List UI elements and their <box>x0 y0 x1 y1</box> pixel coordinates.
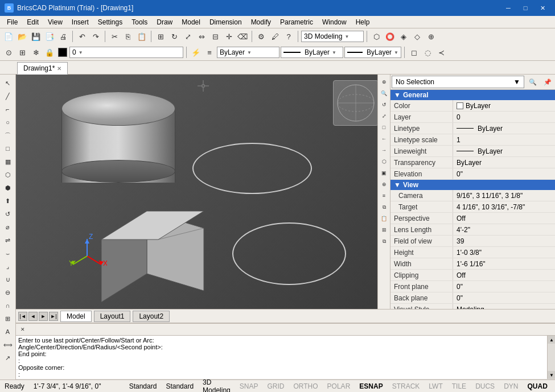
tb-erase[interactable]: ⌫ <box>236 30 249 43</box>
lt-cursor[interactable]: ↖ <box>2 77 14 89</box>
rt-prev[interactable]: ← <box>379 134 389 144</box>
tab-drawing1[interactable]: Drawing1* ✕ <box>17 62 68 75</box>
tb-help[interactable]: ? <box>282 30 295 43</box>
minimize-button[interactable]: ─ <box>500 2 516 14</box>
tb-color-sq[interactable] <box>58 48 67 57</box>
status-grid[interactable]: GRID <box>265 382 286 390</box>
status-ducs[interactable]: DUCS <box>473 382 497 390</box>
tb-snap2[interactable]: ◌ <box>421 46 434 59</box>
tb-lock[interactable]: 🔒 <box>43 46 56 59</box>
status-lwt[interactable]: LWT <box>426 382 445 390</box>
viewcube[interactable] <box>333 80 379 126</box>
lt-leader[interactable]: ↗ <box>2 352 14 364</box>
layout-nav-prev[interactable]: ◄ <box>28 312 38 321</box>
workspace-dropdown[interactable]: 3D Modeling ▼ <box>301 31 364 42</box>
rt-3d3[interactable]: ⊕ <box>379 179 389 189</box>
lt-line[interactable]: ╱ <box>2 90 14 102</box>
menu-window[interactable]: Window <box>318 17 351 27</box>
tb-saveas[interactable]: 📑 <box>43 30 56 43</box>
tb-stretch[interactable]: ⊞ <box>154 30 167 43</box>
menu-edit[interactable]: Edit <box>22 17 43 27</box>
tb-snap3[interactable]: ≺ <box>435 46 447 59</box>
prop-perspective-value[interactable]: Off <box>453 213 555 224</box>
menu-parametric[interactable]: Parametric <box>276 17 318 27</box>
tb-move[interactable]: ✛ <box>223 30 235 43</box>
tb-new[interactable]: 📄 <box>2 30 15 43</box>
tb-mirror[interactable]: ⇔ <box>195 30 208 43</box>
menu-tools[interactable]: Tools <box>127 17 152 27</box>
prop-front-value[interactable]: 0" <box>453 281 555 292</box>
lt-sweep[interactable]: ⇌ <box>2 234 14 246</box>
rt-3d1[interactable]: ⬡ <box>379 156 389 167</box>
tb-render3[interactable]: ◈ <box>397 30 410 43</box>
tb-freeze[interactable]: ❄ <box>30 46 42 59</box>
layout-tab-2[interactable]: Layout2 <box>133 311 170 322</box>
menu-draw[interactable]: Draw <box>152 17 177 27</box>
tb-layer-mgr[interactable]: ⊞ <box>16 46 28 59</box>
lt-union[interactable]: ∪ <box>2 273 14 286</box>
tb-cut[interactable]: ✂ <box>108 30 121 43</box>
close-button[interactable]: ✕ <box>535 2 550 14</box>
status-tile[interactable]: TILE <box>450 382 468 390</box>
tb-rotate[interactable]: ↻ <box>168 30 180 43</box>
tb-paste[interactable]: 📋 <box>135 30 148 43</box>
tb-array[interactable]: ⊟ <box>209 30 221 43</box>
prop-back-value[interactable]: 0" <box>453 292 555 303</box>
tb-prop[interactable]: ⚙ <box>255 30 268 43</box>
lt-circle[interactable]: ○ <box>2 116 14 129</box>
lt-hatch[interactable]: ▦ <box>2 155 14 168</box>
tb-open[interactable]: 📂 <box>16 30 28 43</box>
tb-snap1[interactable]: ◻ <box>408 46 420 59</box>
rt-more1[interactable]: ⊞ <box>379 225 389 235</box>
layout-nav-next[interactable]: ► <box>39 312 48 321</box>
lt-array[interactable]: ⊞ <box>2 312 14 325</box>
prop-camera-value[interactable]: 9/16", 3 11/16", 3 1/8" <box>453 190 555 201</box>
prop-color-value[interactable]: ByLayer <box>453 100 555 111</box>
status-polar[interactable]: POLAR <box>325 382 353 390</box>
menu-settings[interactable]: Settings <box>93 17 127 27</box>
status-ortho[interactable]: ORTHO <box>291 382 320 390</box>
tb-match[interactable]: 🖊 <box>269 30 281 43</box>
rt-zoom[interactable]: 🔍 <box>379 88 389 98</box>
menu-file[interactable]: File <box>2 17 22 27</box>
tb-bylayer1[interactable]: ⚡ <box>190 46 202 59</box>
prop-vstyle-value[interactable]: Modeling <box>453 304 555 309</box>
rt-window[interactable]: □ <box>379 122 389 133</box>
tb-render5[interactable]: ⊕ <box>425 30 437 43</box>
lt-intersect[interactable]: ∩ <box>2 299 14 312</box>
status-strack[interactable]: STRACK <box>390 382 422 390</box>
status-dyn[interactable]: DYN <box>501 382 520 390</box>
status-snap[interactable]: SNAP <box>237 382 261 390</box>
lt-subtract[interactable]: ⊖ <box>2 286 14 299</box>
prop-height-value[interactable]: 1'-0 3/8" <box>453 247 555 258</box>
prop-elevation-value[interactable]: 0" <box>453 168 555 179</box>
menu-model[interactable]: Model <box>177 17 205 27</box>
cmd-clear-btn[interactable]: ✕ <box>18 325 27 334</box>
lt-push[interactable]: ⬆ <box>2 195 14 207</box>
layout-tab-1[interactable]: Layout1 <box>94 311 131 322</box>
menu-modify[interactable]: Modify <box>246 17 276 27</box>
prop-linetype-value[interactable]: ByLayer <box>453 123 555 134</box>
selection-dropdown[interactable]: No Selection ▼ <box>392 76 524 88</box>
cmd-scroll-up[interactable]: ▲ <box>548 336 555 344</box>
rt-layer[interactable]: ≡ <box>379 191 389 201</box>
lt-dim[interactable]: ⟺ <box>2 339 14 351</box>
linetype-dropdown[interactable]: ByLayer ▼ <box>281 47 343 58</box>
tb-bylayer2[interactable]: ≡ <box>203 46 216 59</box>
lt-3dsolid[interactable]: ⬢ <box>2 181 14 194</box>
rt-next[interactable]: → <box>379 145 389 155</box>
panel-pin-btn[interactable]: 📌 <box>541 76 554 88</box>
lt-fillet[interactable]: ⌣ <box>2 247 14 259</box>
tb-scale[interactable]: ⤢ <box>182 30 194 43</box>
prop-fov-value[interactable]: 39 <box>453 236 555 246</box>
prop-transparency-value[interactable]: ByLayer <box>453 157 555 168</box>
lt-rect[interactable]: □ <box>2 142 14 155</box>
menu-dimension[interactable]: Dimension <box>205 17 246 27</box>
tb-render4[interactable]: ◇ <box>411 30 424 43</box>
canvas-area[interactable]: X Y Z ⊕ <box>16 75 390 309</box>
tb-render2[interactable]: ⭕ <box>384 30 396 43</box>
prop-layer-value[interactable]: 0 <box>453 112 555 122</box>
layout-nav-last[interactable]: ►| <box>49 312 58 321</box>
status-quad[interactable]: QUAD <box>525 382 549 390</box>
lineweight-dropdown[interactable]: ByLayer ▼ <box>344 47 401 58</box>
